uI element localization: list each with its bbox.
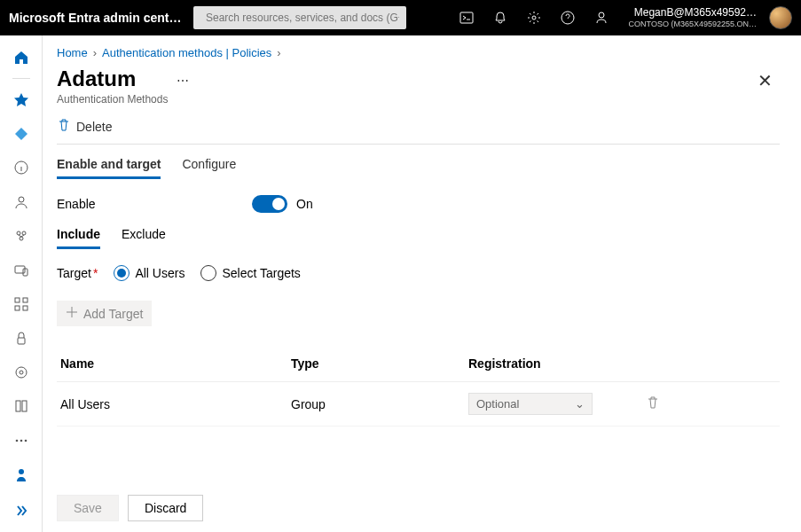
sidebar-diamond-icon[interactable]: [5, 119, 37, 149]
svg-point-23: [20, 440, 22, 442]
account-block[interactable]: MeganB@M365x49592… CONTOSO (M365X4959225…: [629, 6, 757, 28]
breadcrumb: Home › Authentication methods | Policies…: [57, 46, 780, 59]
content-pane: Home › Authentication methods | Policies…: [43, 35, 801, 532]
registration-dropdown[interactable]: Optional ⌄: [468, 393, 593, 415]
sidebar-home-icon[interactable]: [5, 43, 37, 73]
breadcrumb-policies[interactable]: Authentication methods | Policies: [102, 46, 271, 59]
enable-toggle[interactable]: [252, 195, 287, 213]
sidebar-user-icon[interactable]: [5, 187, 37, 217]
discard-button[interactable]: Discard: [128, 495, 203, 521]
top-bar: Microsoft Entra admin cent… MeganB@M365x…: [0, 0, 801, 35]
targets-table: Name Type Registration All Users Group O…: [57, 346, 780, 426]
radio-all-users[interactable]: All Users: [114, 265, 185, 281]
chevron-down-icon: ⌄: [575, 397, 585, 411]
svg-rect-20: [16, 401, 20, 411]
settings-icon[interactable]: [521, 4, 547, 31]
command-bar: Delete: [57, 118, 780, 145]
svg-point-7: [19, 197, 24, 202]
sidebar-divider: [12, 78, 30, 79]
include-exclude-tabs: Include Exclude: [57, 227, 780, 249]
cell-name: All Users: [60, 397, 291, 411]
col-type: Type: [291, 356, 468, 371]
sidebar-governance-icon[interactable]: [5, 357, 37, 387]
sidebar-apps-icon[interactable]: [5, 289, 37, 319]
target-label: Target*: [57, 266, 98, 280]
help-icon[interactable]: [554, 4, 581, 31]
registration-value: Optional: [476, 397, 519, 411]
feedback-icon[interactable]: [588, 4, 615, 31]
notifications-icon[interactable]: [487, 4, 514, 31]
row-delete-button[interactable]: [646, 395, 699, 412]
account-email: MeganB@M365x49592…: [634, 6, 757, 19]
main-tabs: Enable and target Configure: [57, 157, 780, 179]
more-actions-icon[interactable]: ⋯: [177, 66, 189, 88]
svg-point-10: [20, 237, 23, 240]
breadcrumb-home[interactable]: Home: [57, 46, 88, 59]
cloud-shell-icon[interactable]: [453, 4, 480, 31]
svg-rect-17: [18, 338, 25, 344]
sidebar-favorites-icon[interactable]: [5, 84, 37, 114]
sidebar-learn-icon[interactable]: [5, 459, 37, 491]
trash-icon: [57, 118, 71, 135]
svg-rect-14: [23, 298, 27, 302]
svg-point-8: [17, 231, 20, 235]
sidebar-expand-icon[interactable]: [5, 495, 37, 527]
sidebar-groups-icon[interactable]: [5, 221, 37, 251]
svg-point-5: [599, 12, 604, 18]
chevron-right-icon: ›: [93, 46, 97, 59]
save-button: Save: [57, 495, 119, 521]
add-target-button: Add Target: [57, 301, 152, 326]
col-registration: Registration: [468, 356, 646, 371]
table-row: All Users Group Optional ⌄: [57, 382, 780, 426]
radio-select-targets[interactable]: Select Targets: [200, 265, 300, 281]
global-search[interactable]: [193, 6, 406, 29]
svg-rect-13: [15, 298, 20, 302]
sidebar-info-icon[interactable]: [5, 153, 37, 183]
enable-state: On: [296, 197, 313, 211]
brand-title: Microsoft Entra admin cent…: [9, 11, 186, 25]
close-icon[interactable]: ✕: [750, 66, 780, 95]
sidebar-protect-icon[interactable]: [5, 323, 37, 353]
plus-icon: [66, 306, 78, 321]
sidebar-external-icon[interactable]: [5, 391, 37, 421]
page-subtitle: Authentication Methods: [57, 93, 168, 106]
enable-label: Enable: [57, 197, 252, 211]
svg-rect-21: [22, 401, 27, 411]
add-target-label: Add Target: [83, 307, 143, 321]
col-name: Name: [60, 356, 291, 371]
search-input[interactable]: [206, 12, 399, 24]
svg-point-3: [532, 16, 536, 20]
tab-enable-target[interactable]: Enable and target: [57, 157, 161, 179]
radio-select-targets-label: Select Targets: [222, 266, 300, 280]
avatar[interactable]: [769, 6, 792, 29]
chevron-right-icon: ›: [277, 46, 280, 59]
svg-rect-16: [23, 306, 27, 310]
subtab-include[interactable]: Include: [57, 227, 100, 249]
sidebar-devices-icon[interactable]: [5, 255, 37, 286]
svg-point-18: [16, 367, 27, 378]
svg-point-19: [20, 371, 23, 374]
svg-point-25: [19, 469, 24, 474]
footer-actions: Save Discard: [57, 495, 203, 521]
delete-button[interactable]: Delete: [76, 120, 112, 134]
subtab-exclude[interactable]: Exclude: [122, 227, 166, 249]
account-org: CONTOSO (M365X49592255.ON…: [629, 20, 757, 29]
svg-point-9: [22, 231, 26, 235]
cell-type: Group: [291, 397, 468, 411]
radio-all-users-label: All Users: [135, 266, 185, 280]
sidebar-more-icon[interactable]: [5, 426, 37, 456]
tab-configure[interactable]: Configure: [182, 157, 236, 179]
svg-point-24: [24, 440, 27, 442]
svg-point-22: [15, 440, 18, 442]
svg-rect-2: [460, 12, 473, 23]
left-sidebar: [0, 35, 43, 532]
svg-rect-15: [15, 306, 20, 310]
page-title: Adatum: [57, 66, 168, 91]
